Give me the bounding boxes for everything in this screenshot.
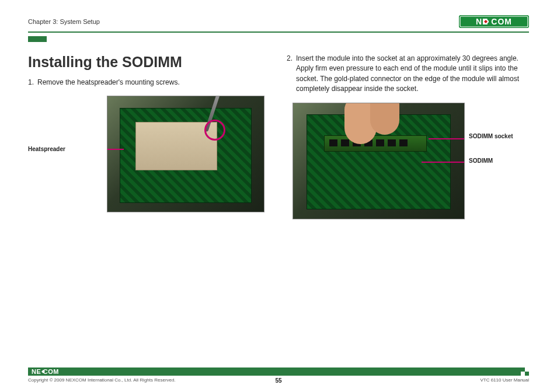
page-footer: NE COM Copyright © 2009 NEXCOM Internati… — [28, 368, 529, 383]
brand-logo-footer: NE COM — [32, 368, 72, 375]
left-column: Installing the SODIMM 1. Remove the heat… — [28, 54, 270, 219]
callout-line — [107, 149, 124, 150]
doc-title: VTC 6110 User Manual — [480, 377, 529, 383]
callout-line — [429, 138, 465, 139]
svg-text:NE COM: NE COM — [476, 17, 512, 26]
label-heatspreader: Heatspreader — [28, 146, 65, 152]
accent-tab — [28, 36, 47, 42]
page-number: 55 — [275, 377, 281, 384]
copyright-text: Copyright © 2009 NEXCOM International Co… — [28, 377, 176, 383]
step-2-text: Insert the module into the socket at an … — [296, 54, 529, 94]
page-title: Installing the SODIMM — [28, 54, 270, 71]
footer-squares-icon — [521, 368, 529, 376]
step-2: 2. Insert the module into the socket at … — [287, 54, 529, 94]
label-sodimm: SODIMM — [469, 158, 493, 164]
step-1-number: 1. — [28, 78, 34, 88]
step-1: 1. Remove the heatspreader's mounting sc… — [28, 78, 270, 88]
step-2-number: 2. — [287, 54, 293, 94]
callout-line — [422, 162, 465, 163]
footer-text-row: Copyright © 2009 NEXCOM International Co… — [28, 377, 529, 383]
svg-text:NE COM: NE COM — [32, 368, 59, 375]
label-sodimm-socket: SODIMM socket — [469, 133, 513, 139]
figure-1-wrap: Heatspreader — [28, 96, 270, 212]
brand-logo-top: NE COM — [459, 14, 529, 29]
chapter-label: Chapter 3: System Setup — [28, 18, 100, 25]
figure-2-photo — [293, 103, 465, 219]
footer-bar: NE COM — [28, 368, 529, 376]
step-1-text: Remove the heatspreader's mounting screw… — [37, 78, 270, 88]
right-column: 2. Insert the module into the socket at … — [287, 54, 529, 219]
header-row: Chapter 3: System Setup NE COM — [28, 14, 529, 33]
content-columns: Installing the SODIMM 1. Remove the heat… — [28, 54, 529, 219]
figure-1-photo — [107, 96, 264, 212]
figure-2-wrap: SODIMM socket SODIMM — [287, 103, 529, 219]
highlight-circle-icon — [204, 120, 225, 141]
